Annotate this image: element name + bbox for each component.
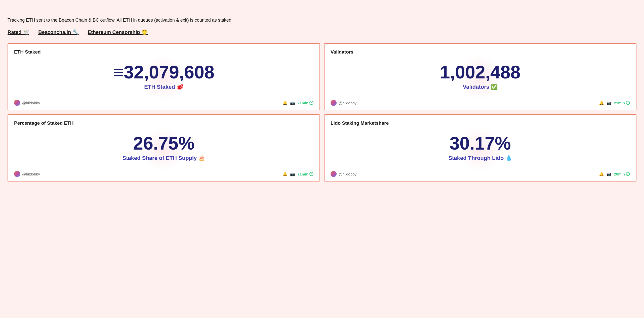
eth-staked-value-container: ≡32,079,608 ETH Staked 🥩 [14,60,313,95]
avatar [331,100,337,106]
subtitle: Tracking ETH sent to the Beacon Chain & … [8,17,636,24]
staked-pct-footer-right: 🔔 📷 21min ✓ [283,172,313,176]
eth-staked-title: ETH Staked [14,49,313,55]
avatar [14,171,20,177]
lido-footer-right: 🔔 📷 20min ✓ [599,172,630,176]
validators-time: 21min ✓ [614,101,630,105]
lido-time-value: 20min [614,172,625,176]
staked-pct-number: 26.75% [133,133,194,153]
eth-censorship-link[interactable]: Ethereum Censorship 😤 [88,29,148,35]
staked-pct-time-value: 21min [298,172,308,176]
staked-pct-title: Percentage of Staked ETH [14,120,313,126]
staked-pct-footer: @hildobby 🔔 📷 21min ✓ [14,169,313,177]
camera-icon[interactable]: 📷 [290,101,295,105]
camera-icon[interactable]: 📷 [607,101,612,105]
eth-staked-author: @hildobby [14,100,40,106]
camera-icon[interactable]: 📷 [290,172,295,176]
validators-time-value: 21min [614,101,625,105]
eth-staked-label: ETH Staked 🥩 [144,84,183,90]
bell-icon[interactable]: 🔔 [599,101,604,105]
bell-icon[interactable]: 🔔 [599,172,604,176]
cards-grid: ETH Staked ≡32,079,608 ETH Staked 🥩 @hil… [8,43,636,181]
validators-author-name: @hildobby [339,101,356,105]
camera-icon[interactable]: 📷 [607,172,612,176]
staked-pct-author: @hildobby [14,171,40,177]
lido-footer: @hildobby 🔔 📷 20min ✓ [331,169,630,177]
staked-pct-time: 21min ✓ [298,172,313,176]
eth-staked-time-value: 21min [298,101,308,105]
lido-author: @hildobby [331,171,356,177]
validators-value-container: 1,002,488 Validators ✅ [331,60,630,95]
lido-number: 30.17% [450,133,511,153]
eth-staked-footer: @hildobby 🔔 📷 21min ✓ [14,98,313,106]
staked-pct-value-container: 26.75% Staked Share of ETH Supply 🎂 [14,131,313,166]
bell-icon[interactable]: 🔔 [283,172,288,176]
check-circle: ✓ [626,101,630,105]
beaconchain-link[interactable]: Beaconcha.in 🔧 [38,29,79,35]
lido-time: 20min ✓ [614,172,630,176]
subtitle-text: Tracking ETH [8,18,36,23]
staked-pct-card: Percentage of Staked ETH 26.75% Staked S… [8,114,320,181]
eth-staked-author-name: @hildobby [22,101,40,105]
validators-footer: @hildobby 🔔 📷 21min ✓ [331,98,630,106]
lido-author-name: @hildobby [339,172,356,176]
validators-footer-right: 🔔 📷 21min ✓ [599,101,630,105]
eth-staked-time: 21min ✓ [298,101,313,105]
staked-pct-author-name: @hildobby [22,172,40,176]
avatar [331,171,337,177]
subtitle-rest: & BC outflow. All ETH in queues (activat… [87,18,233,23]
lido-label: Staked Through Lido 💧 [448,155,512,161]
check-circle: ✓ [626,172,630,176]
avatar [14,100,20,106]
lido-card: Lido Staking Marketshare 30.17% Staked T… [324,114,636,181]
external-links-row: Rated 🕊️ Beaconcha.in 🔧 Ethereum Censors… [8,29,636,35]
eth-staked-footer-right: 🔔 📷 21min ✓ [283,101,313,105]
lido-value-container: 30.17% Staked Through Lido 💧 [331,131,630,166]
rated-link[interactable]: Rated 🕊️ [8,29,29,35]
staked-pct-label: Staked Share of ETH Supply 🎂 [123,155,205,161]
validators-label: Validators ✅ [463,84,498,90]
eth-staked-number: ≡32,079,608 [113,62,214,82]
divider [8,12,636,12]
validators-title: Validators [331,49,630,55]
validators-author: @hildobby [331,100,356,106]
check-circle: ✓ [309,101,313,105]
check-circle: ✓ [309,172,313,176]
bell-icon[interactable]: 🔔 [283,101,288,105]
lido-title: Lido Staking Marketshare [331,120,630,126]
validators-number: 1,002,488 [440,62,520,82]
beacon-chain-link[interactable]: sent to the Beacon Chain [36,18,87,23]
eth-staked-card: ETH Staked ≡32,079,608 ETH Staked 🥩 @hil… [8,43,320,110]
validators-card: Validators 1,002,488 Validators ✅ @hildo… [324,43,636,110]
